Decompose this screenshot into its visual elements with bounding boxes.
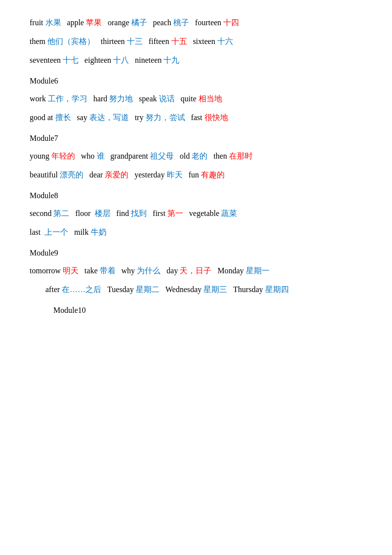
word-thirteen: thirteen bbox=[101, 37, 125, 45]
trans-nineteen: 十九 bbox=[163, 56, 179, 64]
vocab-line-10: tomorrow 明天 take 带着 why 为什么 day 天，日子 Mon… bbox=[30, 263, 362, 279]
word-work: work bbox=[30, 94, 46, 103]
trans-second: 第二 bbox=[53, 209, 69, 217]
trans-speak: 说话 bbox=[159, 94, 175, 103]
word-tomorrow: tomorrow bbox=[30, 266, 61, 275]
vocab-line-6: young 年轻的 who 谁 grandparent 祖父母 old 老的 t… bbox=[30, 148, 362, 164]
trans-dear: 亲爱的 bbox=[105, 171, 128, 179]
word-monday: Monday bbox=[217, 266, 243, 275]
trans-vegetable: 蔬菜 bbox=[221, 209, 237, 217]
word-milk: milk bbox=[74, 228, 88, 236]
word-fourteen: fourteen bbox=[195, 18, 221, 27]
word-fast: fast bbox=[191, 113, 202, 122]
module10-title: Module10 bbox=[30, 302, 362, 318]
vocab-line-11: after 在……之后 Tuesday 星期二 Wednesday 星期三 Th… bbox=[30, 282, 362, 298]
vocab-line-5: good at 擅长 say 表达，写道 try 努力，尝试 fast 很快地 bbox=[30, 110, 362, 126]
word-young: young bbox=[30, 152, 49, 160]
word-sixteen: sixteen bbox=[193, 37, 215, 45]
word-dear: dear bbox=[89, 171, 103, 179]
trans-young: 年轻的 bbox=[51, 152, 75, 160]
word-find: find bbox=[117, 209, 129, 217]
word-apple: apple bbox=[67, 18, 84, 27]
word-fun: fun bbox=[189, 171, 199, 179]
module7-title: Module7 bbox=[30, 130, 362, 146]
word-good-at: good at bbox=[30, 113, 53, 122]
trans-eighteen: 十八 bbox=[113, 56, 129, 64]
vocab-line-4: work 工作，学习 hard 努力地 speak 说话 quite 相当地 bbox=[30, 91, 362, 107]
trans-say: 表达，写道 bbox=[89, 113, 129, 122]
word-say: say bbox=[77, 113, 87, 122]
trans-fruit: 水果 bbox=[45, 18, 61, 27]
word-second: second bbox=[30, 209, 51, 217]
trans-quite: 相当地 bbox=[198, 94, 222, 103]
trans-day: 天，日子 bbox=[180, 266, 211, 275]
word-yesterday: yesterday bbox=[134, 171, 164, 179]
word-speak: speak bbox=[139, 94, 157, 103]
trans-sixteen: 十六 bbox=[217, 37, 233, 45]
vocab-line-7: beautiful 漂亮的 dear 亲爱的 yesterday 昨天 fun … bbox=[30, 167, 362, 183]
word-after: after bbox=[45, 285, 60, 294]
trans-milk: 牛奶 bbox=[91, 228, 107, 236]
trans-grandparent: 祖父母 bbox=[150, 152, 174, 160]
word-last: last bbox=[30, 228, 40, 236]
trans-take: 带着 bbox=[100, 266, 116, 275]
trans-hard: 努力地 bbox=[109, 94, 133, 103]
trans-who: 谁 bbox=[97, 152, 105, 160]
word-floor: floor bbox=[75, 209, 90, 217]
trans-fast: 很快地 bbox=[204, 113, 228, 122]
trans-fun: 有趣的 bbox=[201, 171, 225, 179]
trans-peach: 桃子 bbox=[173, 18, 189, 27]
word-try: try bbox=[135, 113, 144, 122]
word-day: day bbox=[166, 266, 178, 275]
word-who: who bbox=[81, 152, 95, 160]
word-vegetable: vegetable bbox=[189, 209, 219, 217]
trans-them: 他们（宾格） bbox=[47, 37, 95, 45]
vocab-line-9: last 上一个 milk 牛奶 bbox=[30, 224, 362, 240]
word-fruit: fruit bbox=[30, 18, 43, 27]
trans-orange: 橘子 bbox=[131, 18, 147, 27]
word-first: first bbox=[153, 209, 165, 217]
vocab-line-3: seventeen 十七 eighteen 十八 nineteen 十九 bbox=[30, 52, 362, 68]
word-fifteen: fifteen bbox=[149, 37, 169, 45]
word-beautiful: beautiful bbox=[30, 171, 58, 179]
trans-fourteen: 十四 bbox=[223, 18, 239, 27]
vocab-line-8: second 第二 floor 楼层 find 找到 first 第一 vege… bbox=[30, 206, 362, 221]
trans-after: 在……之后 bbox=[62, 285, 101, 294]
trans-floor: 楼层 bbox=[95, 209, 111, 217]
word-why: why bbox=[121, 266, 135, 275]
word-hard: hard bbox=[93, 94, 107, 103]
word-orange: orange bbox=[108, 18, 129, 27]
trans-beautiful: 漂亮的 bbox=[60, 171, 83, 179]
trans-then: 在那时 bbox=[229, 152, 253, 160]
trans-last: 上一个 bbox=[44, 228, 68, 236]
word-peach: peach bbox=[153, 18, 171, 27]
word-grandparent: grandparent bbox=[111, 152, 148, 160]
trans-apple: 苹果 bbox=[86, 18, 102, 27]
trans-try: 努力，尝试 bbox=[146, 113, 185, 122]
word-old: old bbox=[180, 152, 190, 160]
main-content: fruit 水果 apple 苹果 orange 橘子 peach 桃子 fou… bbox=[30, 15, 362, 318]
trans-why: 为什么 bbox=[137, 266, 160, 275]
word-tuesday: Tuesday bbox=[107, 285, 134, 294]
trans-monday: 星期一 bbox=[246, 266, 270, 275]
vocab-line-1: fruit 水果 apple 苹果 orange 橘子 peach 桃子 fou… bbox=[30, 15, 362, 31]
module6-title: Module6 bbox=[30, 73, 362, 89]
trans-thirteen: 十三 bbox=[127, 37, 143, 45]
vocab-line-2: them 他们（宾格） thirteen 十三 fifteen 十五 sixte… bbox=[30, 34, 362, 49]
trans-thursday: 星期四 bbox=[265, 285, 289, 294]
word-take: take bbox=[84, 266, 98, 275]
word-thursday: Thursday bbox=[233, 285, 263, 294]
word-then: then bbox=[213, 152, 227, 160]
trans-wednesday: 星期三 bbox=[203, 285, 227, 294]
word-eighteen: eighteen bbox=[84, 56, 111, 64]
trans-good-at: 擅长 bbox=[55, 113, 71, 122]
trans-work: 工作，学习 bbox=[48, 94, 87, 103]
word-wednesday: Wednesday bbox=[165, 285, 201, 294]
word-seventeen: seventeen bbox=[30, 56, 61, 64]
trans-tomorrow: 明天 bbox=[63, 266, 78, 275]
trans-fifteen: 十五 bbox=[171, 37, 187, 45]
word-them: them bbox=[30, 37, 45, 45]
trans-tuesday: 星期二 bbox=[136, 285, 159, 294]
trans-seventeen: 十七 bbox=[63, 56, 78, 64]
module9-title: Module9 bbox=[30, 245, 362, 261]
